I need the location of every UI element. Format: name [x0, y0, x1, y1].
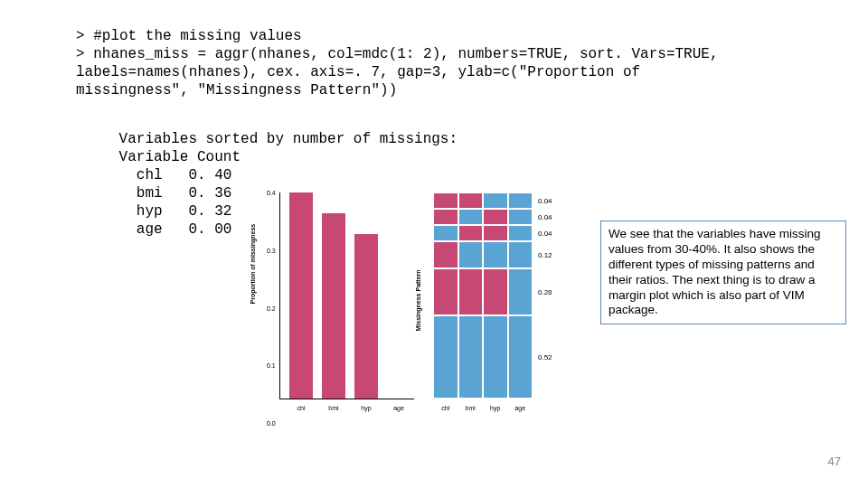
output-line: chl 0. 40: [110, 167, 231, 183]
bar-bmi: [322, 213, 345, 399]
bar-xtick: bmi: [322, 405, 345, 411]
bar-hyp: [354, 234, 378, 399]
pattern-cell: [458, 192, 484, 209]
pattern-cell: [458, 225, 484, 241]
pattern-cell: [483, 268, 508, 315]
code-line: labels=names(nhanes), cex. axis=. 7, gap…: [76, 64, 640, 80]
pattern-row: [433, 241, 533, 268]
pattern-cell: [483, 209, 508, 225]
pattern-cell: [508, 241, 533, 268]
code-line: missingness", "Missingness Pattern")): [76, 82, 397, 99]
pattern-cell: [483, 192, 508, 209]
pattern-row: [433, 315, 533, 399]
pattern-ylabel: Missingness Pattern: [415, 269, 421, 331]
pattern-xtick: hyp: [483, 405, 508, 411]
pattern-cell: [483, 241, 508, 268]
pattern-chart: Missingness Pattern: [429, 192, 565, 423]
output-line: hyp 0. 32: [110, 203, 231, 220]
pattern-cell: [508, 209, 533, 225]
output-line: bmi 0. 36: [110, 185, 231, 202]
ratio-label: 0.04: [538, 197, 552, 205]
bar-ytick: 0.0: [267, 420, 276, 427]
bar-xtick: chl: [289, 405, 313, 411]
pattern-row: [433, 225, 533, 241]
pattern-cell: [508, 225, 533, 241]
code-block: > #plot the missing values > nhanes_miss…: [76, 27, 719, 99]
bar-xtick: hyp: [354, 405, 378, 411]
bar-plot-area: chl bmi hyp age: [279, 192, 414, 399]
annotation-box: We see that the variables have missing v…: [600, 221, 846, 324]
pattern-cell: [458, 315, 484, 399]
bar-ytick: 0.1: [267, 362, 276, 369]
pattern-row: [433, 192, 533, 209]
output-line: age 0. 00: [110, 221, 231, 238]
ratio-label: 0.04: [538, 213, 552, 221]
ratio-label: 0.04: [538, 230, 552, 238]
pattern-cell: [433, 192, 458, 209]
pattern-xtick: bmi: [458, 405, 484, 411]
code-line: > #plot the missing values: [76, 28, 302, 44]
pattern-row: [433, 209, 533, 225]
code-line: > nhanes_miss = aggr(nhanes, col=mdc(1: …: [76, 46, 719, 62]
bar-ytick: 0.2: [267, 305, 276, 311]
pattern-cell: [508, 192, 533, 209]
bar-xtick: age: [387, 405, 410, 411]
pattern-row: [433, 268, 533, 315]
pattern-cell: [433, 268, 458, 315]
pattern-cell: [433, 315, 458, 399]
output-line: Variables sorted by number of missings:: [110, 131, 467, 147]
pattern-xtick: chl: [433, 405, 458, 411]
output-line: Variable Count: [110, 149, 241, 165]
pattern-cell: [458, 209, 484, 225]
bar-ytick: 0.3: [267, 247, 276, 253]
pattern-cell: [483, 315, 508, 399]
pattern-cell: [508, 268, 533, 315]
bar-chl: [289, 192, 313, 399]
bar-ylabel: Proportion of missingness: [250, 224, 256, 305]
ratio-label: 0.28: [538, 288, 552, 296]
bar-ytick: 0.4: [267, 190, 276, 196]
pattern-xtick: age: [508, 405, 533, 411]
pattern-cell: [458, 241, 484, 268]
pattern-cell: [433, 209, 458, 225]
pattern-cell: [458, 268, 484, 315]
pattern-cell: [508, 315, 533, 399]
annotation-text: We see that the variables have missing v…: [609, 227, 821, 316]
pattern-cell: [483, 225, 508, 241]
pattern-grid: chl bmi hyp age: [433, 192, 533, 399]
ratio-label: 0.12: [538, 251, 552, 259]
ratio-label: 0.52: [538, 353, 552, 361]
pattern-cell: [433, 225, 458, 241]
charts-container: Proportion of missingness 0.4 0.3 0.2 0.…: [249, 176, 574, 447]
pattern-cell: [433, 241, 458, 268]
page-number: 47: [828, 455, 841, 468]
bar-chart: Proportion of missingness 0.4 0.3 0.2 0.…: [265, 192, 414, 423]
